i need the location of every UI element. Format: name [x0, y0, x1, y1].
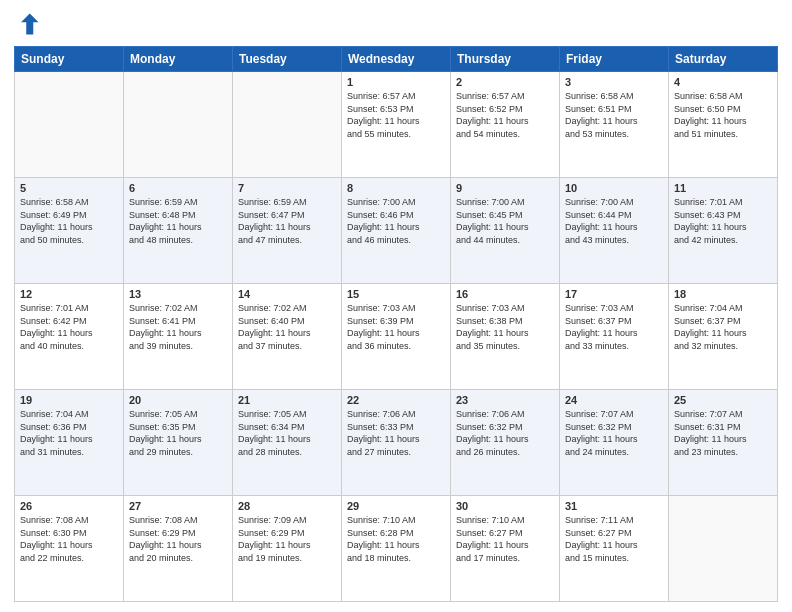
day-info: Sunrise: 7:00 AM Sunset: 6:45 PM Dayligh…: [456, 196, 554, 246]
calendar-day-header: Sunday: [15, 47, 124, 72]
calendar-cell: 11Sunrise: 7:01 AM Sunset: 6:43 PM Dayli…: [669, 178, 778, 284]
calendar-cell: 21Sunrise: 7:05 AM Sunset: 6:34 PM Dayli…: [233, 390, 342, 496]
day-info: Sunrise: 7:10 AM Sunset: 6:28 PM Dayligh…: [347, 514, 445, 564]
calendar-cell: 28Sunrise: 7:09 AM Sunset: 6:29 PM Dayli…: [233, 496, 342, 602]
day-info: Sunrise: 6:57 AM Sunset: 6:53 PM Dayligh…: [347, 90, 445, 140]
day-info: Sunrise: 7:02 AM Sunset: 6:40 PM Dayligh…: [238, 302, 336, 352]
day-number: 8: [347, 182, 445, 194]
calendar-cell: 12Sunrise: 7:01 AM Sunset: 6:42 PM Dayli…: [15, 284, 124, 390]
calendar-day-header: Wednesday: [342, 47, 451, 72]
calendar-cell: 25Sunrise: 7:07 AM Sunset: 6:31 PM Dayli…: [669, 390, 778, 496]
calendar-cell: 16Sunrise: 7:03 AM Sunset: 6:38 PM Dayli…: [451, 284, 560, 390]
calendar-cell: 23Sunrise: 7:06 AM Sunset: 6:32 PM Dayli…: [451, 390, 560, 496]
day-number: 21: [238, 394, 336, 406]
day-number: 5: [20, 182, 118, 194]
day-number: 29: [347, 500, 445, 512]
day-number: 17: [565, 288, 663, 300]
calendar-header-row: SundayMondayTuesdayWednesdayThursdayFrid…: [15, 47, 778, 72]
day-info: Sunrise: 6:59 AM Sunset: 6:48 PM Dayligh…: [129, 196, 227, 246]
day-info: Sunrise: 7:00 AM Sunset: 6:44 PM Dayligh…: [565, 196, 663, 246]
calendar-cell: 7Sunrise: 6:59 AM Sunset: 6:47 PM Daylig…: [233, 178, 342, 284]
day-info: Sunrise: 6:58 AM Sunset: 6:49 PM Dayligh…: [20, 196, 118, 246]
day-info: Sunrise: 6:58 AM Sunset: 6:51 PM Dayligh…: [565, 90, 663, 140]
day-number: 7: [238, 182, 336, 194]
day-info: Sunrise: 7:07 AM Sunset: 6:31 PM Dayligh…: [674, 408, 772, 458]
day-info: Sunrise: 7:09 AM Sunset: 6:29 PM Dayligh…: [238, 514, 336, 564]
day-number: 13: [129, 288, 227, 300]
day-number: 23: [456, 394, 554, 406]
day-number: 22: [347, 394, 445, 406]
calendar-cell: 10Sunrise: 7:00 AM Sunset: 6:44 PM Dayli…: [560, 178, 669, 284]
day-info: Sunrise: 7:08 AM Sunset: 6:30 PM Dayligh…: [20, 514, 118, 564]
day-info: Sunrise: 7:04 AM Sunset: 6:36 PM Dayligh…: [20, 408, 118, 458]
day-number: 24: [565, 394, 663, 406]
calendar-cell: 30Sunrise: 7:10 AM Sunset: 6:27 PM Dayli…: [451, 496, 560, 602]
day-info: Sunrise: 7:10 AM Sunset: 6:27 PM Dayligh…: [456, 514, 554, 564]
calendar-cell: 3Sunrise: 6:58 AM Sunset: 6:51 PM Daylig…: [560, 72, 669, 178]
calendar-cell: 15Sunrise: 7:03 AM Sunset: 6:39 PM Dayli…: [342, 284, 451, 390]
day-number: 4: [674, 76, 772, 88]
day-info: Sunrise: 7:03 AM Sunset: 6:38 PM Dayligh…: [456, 302, 554, 352]
calendar-cell: 22Sunrise: 7:06 AM Sunset: 6:33 PM Dayli…: [342, 390, 451, 496]
calendar-cell: 13Sunrise: 7:02 AM Sunset: 6:41 PM Dayli…: [124, 284, 233, 390]
page-container: SundayMondayTuesdayWednesdayThursdayFrid…: [0, 0, 792, 612]
day-info: Sunrise: 7:11 AM Sunset: 6:27 PM Dayligh…: [565, 514, 663, 564]
day-info: Sunrise: 7:03 AM Sunset: 6:39 PM Dayligh…: [347, 302, 445, 352]
day-info: Sunrise: 6:57 AM Sunset: 6:52 PM Dayligh…: [456, 90, 554, 140]
day-number: 9: [456, 182, 554, 194]
day-info: Sunrise: 7:08 AM Sunset: 6:29 PM Dayligh…: [129, 514, 227, 564]
header: [14, 10, 778, 38]
calendar-cell: [233, 72, 342, 178]
calendar-cell: 6Sunrise: 6:59 AM Sunset: 6:48 PM Daylig…: [124, 178, 233, 284]
logo-icon: [14, 10, 42, 38]
day-number: 10: [565, 182, 663, 194]
calendar-cell: 24Sunrise: 7:07 AM Sunset: 6:32 PM Dayli…: [560, 390, 669, 496]
day-info: Sunrise: 7:02 AM Sunset: 6:41 PM Dayligh…: [129, 302, 227, 352]
day-number: 25: [674, 394, 772, 406]
day-number: 19: [20, 394, 118, 406]
calendar-cell: 20Sunrise: 7:05 AM Sunset: 6:35 PM Dayli…: [124, 390, 233, 496]
calendar-day-header: Monday: [124, 47, 233, 72]
day-number: 27: [129, 500, 227, 512]
day-number: 6: [129, 182, 227, 194]
day-number: 3: [565, 76, 663, 88]
day-info: Sunrise: 7:05 AM Sunset: 6:34 PM Dayligh…: [238, 408, 336, 458]
calendar-week-row: 26Sunrise: 7:08 AM Sunset: 6:30 PM Dayli…: [15, 496, 778, 602]
calendar-cell: 26Sunrise: 7:08 AM Sunset: 6:30 PM Dayli…: [15, 496, 124, 602]
calendar-cell: 1Sunrise: 6:57 AM Sunset: 6:53 PM Daylig…: [342, 72, 451, 178]
day-info: Sunrise: 7:07 AM Sunset: 6:32 PM Dayligh…: [565, 408, 663, 458]
day-number: 14: [238, 288, 336, 300]
calendar-week-row: 19Sunrise: 7:04 AM Sunset: 6:36 PM Dayli…: [15, 390, 778, 496]
day-info: Sunrise: 7:05 AM Sunset: 6:35 PM Dayligh…: [129, 408, 227, 458]
day-info: Sunrise: 6:58 AM Sunset: 6:50 PM Dayligh…: [674, 90, 772, 140]
day-number: 12: [20, 288, 118, 300]
calendar-cell: 4Sunrise: 6:58 AM Sunset: 6:50 PM Daylig…: [669, 72, 778, 178]
calendar-cell: 5Sunrise: 6:58 AM Sunset: 6:49 PM Daylig…: [15, 178, 124, 284]
day-number: 18: [674, 288, 772, 300]
calendar-cell: 14Sunrise: 7:02 AM Sunset: 6:40 PM Dayli…: [233, 284, 342, 390]
day-info: Sunrise: 7:06 AM Sunset: 6:32 PM Dayligh…: [456, 408, 554, 458]
calendar-cell: 18Sunrise: 7:04 AM Sunset: 6:37 PM Dayli…: [669, 284, 778, 390]
day-number: 1: [347, 76, 445, 88]
calendar-cell: [124, 72, 233, 178]
day-info: Sunrise: 7:06 AM Sunset: 6:33 PM Dayligh…: [347, 408, 445, 458]
day-number: 11: [674, 182, 772, 194]
calendar-day-header: Friday: [560, 47, 669, 72]
calendar-week-row: 5Sunrise: 6:58 AM Sunset: 6:49 PM Daylig…: [15, 178, 778, 284]
day-info: Sunrise: 7:03 AM Sunset: 6:37 PM Dayligh…: [565, 302, 663, 352]
calendar-cell: 9Sunrise: 7:00 AM Sunset: 6:45 PM Daylig…: [451, 178, 560, 284]
day-info: Sunrise: 6:59 AM Sunset: 6:47 PM Dayligh…: [238, 196, 336, 246]
day-number: 16: [456, 288, 554, 300]
calendar-cell: [669, 496, 778, 602]
calendar-cell: 27Sunrise: 7:08 AM Sunset: 6:29 PM Dayli…: [124, 496, 233, 602]
logo: [14, 10, 46, 38]
day-info: Sunrise: 7:04 AM Sunset: 6:37 PM Dayligh…: [674, 302, 772, 352]
day-number: 15: [347, 288, 445, 300]
day-number: 26: [20, 500, 118, 512]
calendar-cell: 17Sunrise: 7:03 AM Sunset: 6:37 PM Dayli…: [560, 284, 669, 390]
calendar-cell: 31Sunrise: 7:11 AM Sunset: 6:27 PM Dayli…: [560, 496, 669, 602]
calendar-day-header: Tuesday: [233, 47, 342, 72]
day-info: Sunrise: 7:01 AM Sunset: 6:43 PM Dayligh…: [674, 196, 772, 246]
calendar-cell: 19Sunrise: 7:04 AM Sunset: 6:36 PM Dayli…: [15, 390, 124, 496]
day-number: 31: [565, 500, 663, 512]
